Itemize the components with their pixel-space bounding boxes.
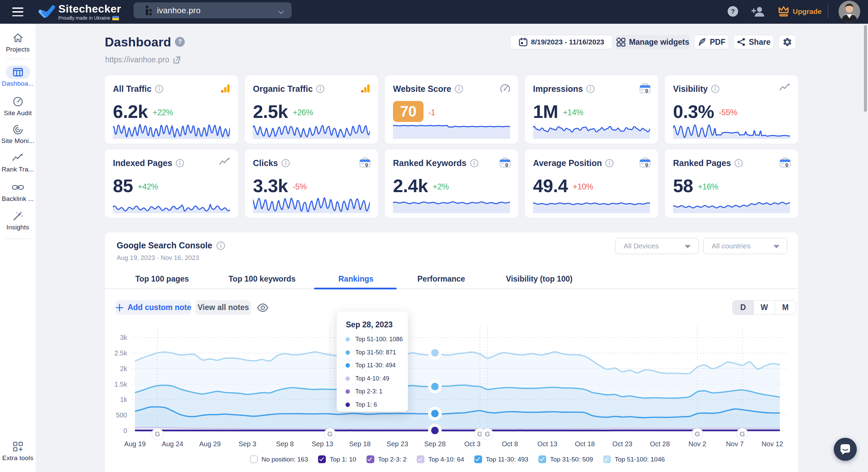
y-axis-label: 2k <box>120 365 127 372</box>
gsc-source-icon <box>639 158 651 169</box>
date-range-picker[interactable]: 8/19/2023 - 11/16/2023 <box>510 35 613 49</box>
pdf-export-button[interactable]: PDF <box>694 35 729 49</box>
checkbox-checked[interactable] <box>603 455 611 463</box>
menu-icon[interactable] <box>12 7 23 16</box>
x-axis-label: Oct 8 <box>502 440 518 448</box>
sidebar-item-site-monitoring[interactable]: Site Moni... <box>0 122 36 145</box>
google-update-marker[interactable]: G <box>481 428 493 440</box>
sidebar-item-site-audit[interactable]: Site Audit <box>0 95 36 117</box>
check-icon <box>368 456 372 461</box>
add-user-icon[interactable] <box>751 6 765 18</box>
x-axis-label: Sep 13 <box>312 440 333 448</box>
site-monitoring-icon <box>0 122 36 137</box>
metric-delta: +42% <box>138 182 158 191</box>
legend-item-no-position[interactable]: No position: 163 <box>250 455 308 463</box>
series-dot <box>346 337 350 342</box>
x-axis-label: Oct 3 <box>464 440 480 448</box>
svg-text:G: G <box>485 430 490 438</box>
x-axis-label: Nov 12 <box>762 440 783 448</box>
sparkline-chart <box>113 196 230 213</box>
sidebar-item-label: Projects <box>0 46 36 53</box>
legend-item-top-11-30[interactable]: Top 11-30: 493 <box>474 455 528 463</box>
sidebar-item-dashboard[interactable]: Dashboa... <box>0 65 36 87</box>
calendar-icon <box>519 38 528 46</box>
tooltip-row-label: Top 4-10: 49 <box>355 375 389 382</box>
scrollbar-thumb[interactable] <box>864 25 867 112</box>
metric-value: 85 <box>113 175 133 196</box>
legend-item-top-1[interactable]: Top 1: 10 <box>318 455 356 463</box>
sidebar-item-extra-tools[interactable]: Extra tools <box>0 439 36 462</box>
avatar[interactable] <box>839 1 860 22</box>
sparkline-chart <box>673 121 790 139</box>
gsc-source-icon <box>639 83 651 95</box>
google-update-marker[interactable]: G <box>692 428 703 440</box>
y-axis-label: 2.5k <box>114 349 127 357</box>
help-button[interactable]: ? <box>728 6 738 17</box>
x-axis-label: Aug 19 <box>124 440 145 448</box>
checkbox-checked[interactable] <box>538 455 546 463</box>
chat-widget-button[interactable] <box>834 438 857 461</box>
svg-text:G: G <box>740 430 745 438</box>
metric-value: 1M <box>533 101 558 122</box>
svg-text:G: G <box>695 430 700 438</box>
metric-title: Impressions <box>533 84 595 94</box>
topbar: Sitechecker Proudly made in Ukraine ivan… <box>0 0 868 24</box>
tooltip-row: Top 4-10: 49 <box>346 375 389 382</box>
checkbox-checked[interactable] <box>474 455 482 463</box>
y-axis-label: 3k <box>120 334 127 341</box>
x-axis-label: Oct 13 <box>537 440 557 448</box>
site-url-link[interactable]: https://ivanhoe.pro <box>105 55 181 64</box>
info-icon <box>455 85 463 93</box>
site-audit-icon <box>0 95 36 109</box>
metric-title-text: Impressions <box>533 84 583 94</box>
logo[interactable]: Sitechecker Proudly made in Ukraine <box>38 3 121 21</box>
metric-title-text: Indexed Pages <box>113 158 172 168</box>
chart-legend: No position: 163Top 1: 10Top 2-3: 2Top 4… <box>135 455 780 463</box>
chevron-down-icon <box>278 8 284 14</box>
tooltip-row: Top 2-3: 1 <box>346 388 382 395</box>
legend-item-top-31-50[interactable]: Top 31-50: 509 <box>538 455 593 463</box>
checkbox-checked[interactable] <box>318 455 326 463</box>
x-axis-label: Nov 2 <box>689 440 706 448</box>
sidebar-item-backlinks[interactable]: Backlink ... <box>0 180 36 203</box>
check-icon <box>475 456 480 461</box>
checkbox-unchecked[interactable] <box>250 455 258 463</box>
legend-item-top-51-100[interactable]: Top 51-100: 1046 <box>603 455 665 463</box>
insights-icon <box>0 209 36 223</box>
metric-title: Ranked Keywords <box>393 158 478 168</box>
checkbox-checked[interactable] <box>417 455 425 463</box>
rankings-chart[interactable]: 05001k1.5k2k2.5k3kAug 19Aug 24Aug 29Sep … <box>105 232 798 472</box>
project-favicon-icon <box>145 6 152 15</box>
legend-item-top-4-10[interactable]: Top 4-10: 64 <box>417 455 464 463</box>
x-axis-label: Oct 28 <box>650 440 670 448</box>
tooltip-row-label: Top 11-30: 494 <box>355 362 396 369</box>
sidebar-item-projects[interactable]: Projects <box>0 31 36 53</box>
manage-widgets-button[interactable]: Manage widgets <box>616 35 690 49</box>
legend-label: Top 11-30: 493 <box>486 456 528 463</box>
tooltip-row: Top 1: 6 <box>346 401 377 408</box>
project-selector[interactable]: ivanhoe.pro <box>134 2 292 18</box>
sidebar-item-insights[interactable]: Insights <box>0 209 36 231</box>
share-button[interactable]: Share <box>733 35 774 49</box>
metric-card-ranked-keywords: Ranked Keywords2.4k+2% <box>385 149 518 218</box>
sparkline-chart <box>533 196 650 213</box>
check-icon <box>418 456 422 461</box>
sidebar-item-rank-tracker[interactable]: Rank Tra... <box>0 151 36 173</box>
google-update-marker[interactable]: G <box>324 428 336 440</box>
legend-item-top-2-3[interactable]: Top 2-3: 2 <box>367 455 407 463</box>
sidebar-item-label: Backlink ... <box>0 195 36 203</box>
page-title-help-icon[interactable]: ? <box>175 37 185 47</box>
google-update-marker[interactable]: G <box>152 428 163 440</box>
ga-source-icon <box>220 83 231 95</box>
metric-card-ranked-pages: Ranked Pages58+16% <box>665 149 798 218</box>
metric-title-text: Ranked Pages <box>673 158 731 168</box>
metric-delta: +22% <box>153 108 173 117</box>
checkbox-checked[interactable] <box>367 455 374 463</box>
upgrade-button[interactable]: Upgrade <box>778 5 822 18</box>
brand-tagline: Proudly made in Ukraine <box>58 15 110 21</box>
backlinks-icon <box>0 180 36 194</box>
info-icon <box>605 159 614 167</box>
settings-button[interactable] <box>778 35 796 49</box>
line-source-icon <box>779 83 791 94</box>
google-update-marker[interactable]: G <box>736 428 748 440</box>
